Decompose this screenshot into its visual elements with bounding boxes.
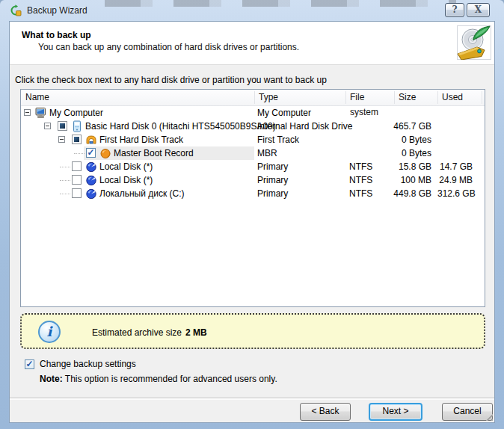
row-used: 24.9 MB (437, 173, 473, 187)
row-checkbox[interactable] (72, 135, 82, 144)
change-settings-label: Change backup settings (40, 359, 136, 369)
partition-icon (85, 188, 97, 200)
estimated-size-text: Estimated archive size2 MB (92, 315, 207, 351)
row-checkbox[interactable] (86, 148, 96, 158)
estimated-size-label: Estimated archive size (92, 327, 182, 338)
desktop-background: Backup Wizard ? X What to back up You ca… (0, 0, 504, 429)
column-separator[interactable] (254, 91, 255, 104)
row-filesystem: NTFS (349, 187, 372, 200)
row-type: Primary (257, 160, 288, 173)
backup-cd-icon (457, 25, 491, 60)
row-type: Primary (257, 187, 288, 200)
row-size: 0 Bytes (380, 146, 431, 160)
row-checkbox[interactable] (72, 161, 82, 171)
row-name: Local Disk (*) (99, 160, 153, 173)
table-row[interactable]: First Hard Disk TrackFirst Track0 Bytes (21, 133, 485, 146)
tree-connector (60, 180, 70, 182)
row-name: Local Disk (*) (99, 173, 153, 187)
partition-icon (85, 161, 97, 173)
hard-disk-icon (71, 120, 83, 132)
tree-connector (60, 167, 70, 168)
table-row[interactable]: Master Boot RecordMBR0 Bytes (21, 146, 485, 160)
row-used: 312.6 GB (437, 187, 473, 200)
row-type: Internal Hard Disk Drive (257, 120, 352, 133)
title-bar[interactable]: Backup Wizard ? X (0, 0, 504, 21)
tree-rows: My ComputerMy ComputerBasic Hard Disk 0 … (21, 106, 485, 200)
row-filesystem: NTFS (349, 173, 372, 187)
row-size: 449.8 GB (380, 187, 431, 200)
row-name: Локальный диск (C:) (99, 187, 185, 200)
note-text: Note: This option is recommended for adv… (40, 374, 277, 384)
column-header-used[interactable]: Used (437, 90, 482, 105)
wizard-header: What to back up You can back up any comb… (10, 22, 494, 65)
row-name: My Computer (49, 106, 103, 120)
list-header: Name Type File system Size Used (21, 90, 485, 106)
row-type: Primary (257, 173, 288, 187)
first-track-icon (85, 134, 97, 146)
backup-wizard-app-icon (10, 4, 22, 16)
row-name: First Hard Disk Track (99, 133, 183, 146)
column-separator[interactable] (482, 91, 482, 104)
row-size: 15.8 GB (380, 160, 431, 173)
close-button[interactable]: X (467, 3, 490, 17)
tree-connector (60, 194, 70, 195)
row-type: MBR (257, 146, 277, 160)
column-header-name[interactable]: Name (21, 90, 254, 105)
tree-expander-collapse[interactable] (24, 109, 31, 116)
info-icon: i (38, 321, 61, 343)
row-size: 465.7 GB (380, 120, 431, 133)
row-type: My Computer (257, 106, 311, 120)
note-label: Note: (40, 374, 63, 384)
row-checkbox[interactable] (72, 175, 82, 185)
row-name: Master Boot Record (114, 146, 194, 160)
back-button[interactable]: < Back (300, 403, 351, 421)
page-subtitle: You can back up any combination of hard … (38, 42, 299, 52)
table-row[interactable]: My ComputerMy Computer (21, 106, 485, 120)
note-body: This option is recommended for advanced … (65, 374, 277, 384)
column-separator[interactable] (345, 91, 346, 104)
column-header-filesystem[interactable]: File system (345, 90, 394, 105)
my-computer-icon (35, 107, 47, 119)
table-row[interactable]: Local Disk (*)PrimaryNTFS100 MB24.9 MB (21, 173, 485, 187)
disk-tree-list: Name Type File system Size Used My Compu… (20, 89, 485, 307)
tree-connector (74, 153, 84, 155)
table-row[interactable]: Basic Hard Disk 0 (Hitachi HTS545050B9SA… (21, 120, 485, 133)
page-title: What to back up (22, 30, 91, 40)
backup-wizard-dialog: What to back up You can back up any comb… (9, 21, 495, 423)
tree-expander-collapse[interactable] (58, 136, 65, 143)
column-header-type[interactable]: Type (254, 90, 345, 105)
column-header-size[interactable]: Size (394, 90, 437, 105)
help-button[interactable]: ? (445, 3, 464, 17)
row-checkbox[interactable] (58, 121, 67, 131)
change-settings-checkbox[interactable] (25, 359, 34, 369)
row-name: Basic Hard Disk 0 (Hitachi HTS545050B9SA… (85, 120, 276, 133)
tree-expander-collapse[interactable] (44, 123, 51, 129)
cancel-button[interactable]: Cancel (442, 403, 493, 421)
row-size: 100 MB (380, 173, 431, 187)
column-separator[interactable] (437, 91, 438, 104)
row-used: 14.7 GB (437, 160, 473, 173)
row-filesystem: NTFS (349, 160, 372, 173)
row-checkbox[interactable] (72, 188, 82, 198)
column-separator[interactable] (394, 91, 395, 104)
button-separator (10, 397, 494, 400)
estimated-size-panel: i Estimated archive size2 MB (20, 313, 485, 349)
instruction-text: Click the check box next to any hard dis… (15, 75, 327, 85)
row-size: 0 Bytes (380, 133, 431, 146)
mbr-icon (99, 147, 111, 159)
estimated-size-value: 2 MB (185, 327, 207, 338)
table-row[interactable]: Local Disk (*)PrimaryNTFS15.8 GB14.7 GB (21, 160, 485, 173)
window-title: Backup Wizard (27, 5, 87, 16)
row-type: First Track (257, 133, 299, 146)
partition-icon (85, 174, 97, 186)
table-row[interactable]: Локальный диск (C:)PrimaryNTFS449.8 GB31… (21, 187, 485, 200)
next-button[interactable]: Next > (369, 403, 422, 421)
